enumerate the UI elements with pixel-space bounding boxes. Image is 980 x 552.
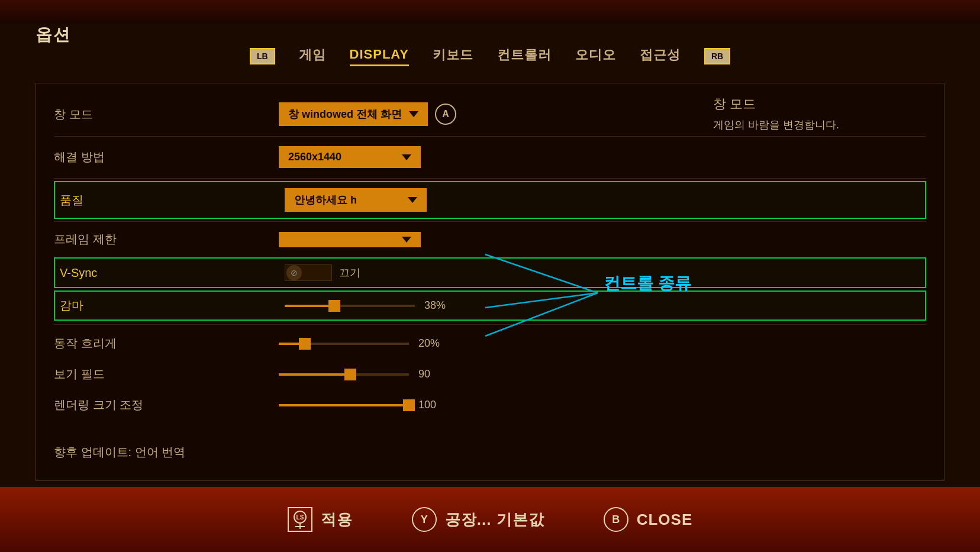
window-mode-label: 창 모드 xyxy=(54,106,279,122)
motion-blur-label: 동작 흐리게 xyxy=(54,335,279,351)
motion-blur-slider[interactable] xyxy=(279,343,409,345)
vsync-value: 끄기 xyxy=(339,266,360,280)
toggle-icon: ⊘ xyxy=(286,265,302,280)
y-button: Y xyxy=(412,507,437,532)
frame-limit-label: 프레임 제한 xyxy=(54,231,279,247)
quality-dropdown[interactable]: 안녕하세요 h xyxy=(285,188,427,212)
resolution-dropdown[interactable]: 2560x1440 xyxy=(279,146,421,168)
dropdown-arrow-frame xyxy=(402,237,411,243)
render-scale-thumb[interactable] xyxy=(403,399,415,411)
default-action[interactable]: Y 공장... 기본값 xyxy=(412,507,544,532)
motion-blur-slider-container: 20% xyxy=(279,337,448,350)
frame-limit-dropdown[interactable] xyxy=(279,232,421,247)
tab-display[interactable]: DISPLAY xyxy=(350,47,409,66)
setting-row-motion-blur: 동작 흐리게 20% xyxy=(54,328,926,359)
tab-keyboard[interactable]: 키보드 xyxy=(433,46,473,66)
setting-row-frame-limit: 프레임 제한 xyxy=(54,224,926,255)
tab-audio[interactable]: 오디오 xyxy=(575,46,616,66)
vsync-toggle-container: ⊘ 끄기 xyxy=(285,264,360,281)
rb-button[interactable]: RB xyxy=(704,48,730,64)
setting-row-fov: 보기 필드 90 xyxy=(54,359,926,390)
setting-row-resolution: 해결 방법 2560x1440 xyxy=(54,139,926,176)
top-bar xyxy=(0,0,980,24)
fov-thumb[interactable] xyxy=(344,369,356,380)
fov-slider-container: 90 xyxy=(279,368,448,380)
gamma-slider[interactable] xyxy=(285,305,415,307)
dropdown-arrow-resolution xyxy=(402,154,411,160)
window-mode-value: 창 windowed 전체 화면 xyxy=(288,107,402,121)
ls-icon: LS xyxy=(288,507,312,532)
render-scale-slider[interactable] xyxy=(279,404,409,406)
svg-text:LS: LS xyxy=(296,514,304,521)
render-scale-fill xyxy=(279,404,409,406)
window-mode-dropdown[interactable]: 창 windowed 전체 화면 xyxy=(279,102,428,126)
dropdown-arrow xyxy=(409,111,418,117)
fov-fill xyxy=(279,373,350,376)
setting-row-gamma: 감마 38% xyxy=(54,290,926,321)
close-label: CLOSE xyxy=(637,511,693,529)
gamma-value: 38% xyxy=(424,299,454,312)
apply-label: 적용 xyxy=(321,509,353,530)
quality-label: 품질 xyxy=(60,192,285,208)
gamma-label: 감마 xyxy=(60,298,285,314)
render-scale-slider-container: 100 xyxy=(279,399,448,411)
page-title: 옵션 xyxy=(36,24,71,46)
resolution-label: 해결 방법 xyxy=(54,149,279,165)
fov-value: 90 xyxy=(418,368,448,380)
fov-label: 보기 필드 xyxy=(54,366,279,382)
vsync-label: V-Sync xyxy=(60,266,285,280)
tab-game[interactable]: 게임 xyxy=(299,46,326,66)
close-action[interactable]: B CLOSE xyxy=(604,507,693,532)
main-panel: 창 모드 게임의 바람을 변경합니다. 창 모드 창 windowed 전체 화… xyxy=(36,83,944,481)
render-scale-label: 렌더링 크기 조정 xyxy=(54,397,279,413)
setting-row-window-mode: 창 모드 창 windowed 전체 화면 A xyxy=(54,95,926,134)
bottom-bar: LS 적용 Y 공장... 기본값 B CLOSE xyxy=(0,487,980,552)
a-button-badge[interactable]: A xyxy=(435,104,456,125)
gamma-thumb[interactable] xyxy=(328,300,340,312)
quality-value: 안녕하세요 h xyxy=(294,193,357,207)
future-update-text: 향후 업데이트: 언어 번역 xyxy=(54,444,926,460)
tab-accessibility[interactable]: 접근성 xyxy=(640,46,681,66)
nav-tabs: LB 게임 DISPLAY 키보드 컨트롤러 오디오 접근성 RB xyxy=(0,46,980,66)
setting-row-quality: 품질 안녕하세요 h xyxy=(54,181,926,219)
fov-slider[interactable] xyxy=(279,373,409,376)
b-button: B xyxy=(604,507,628,532)
render-scale-value: 100 xyxy=(418,399,448,411)
lb-button[interactable]: LB xyxy=(250,48,275,64)
tab-controller[interactable]: 컨트롤러 xyxy=(497,46,552,66)
resolution-value: 2560x1440 xyxy=(288,151,341,163)
gamma-slider-container: 38% xyxy=(285,299,454,312)
motion-blur-thumb[interactable] xyxy=(299,338,311,350)
motion-blur-value: 20% xyxy=(418,337,448,350)
setting-row-vsync: V-Sync ⊘ 끄기 xyxy=(54,257,926,288)
setting-row-render-scale: 렌더링 크기 조정 100 xyxy=(54,390,926,421)
default-label: 공장... 기본값 xyxy=(445,509,544,530)
apply-action[interactable]: LS 적용 xyxy=(288,507,353,532)
gamma-fill xyxy=(285,305,334,307)
dropdown-arrow-quality xyxy=(408,197,417,203)
vsync-toggle[interactable]: ⊘ xyxy=(285,264,332,281)
